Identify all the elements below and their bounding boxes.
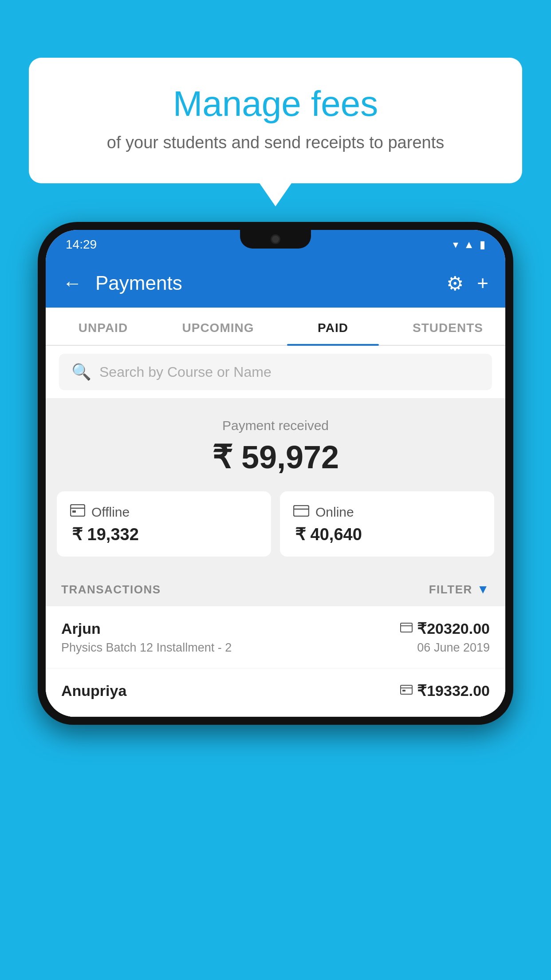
transaction-name: Anupriya (61, 682, 126, 699)
offline-card: Offline ₹ 19,332 (57, 491, 271, 557)
svg-rect-2 (72, 510, 76, 513)
transactions-list: Arjun ₹20320.00 (46, 606, 505, 717)
online-icon (293, 504, 309, 520)
status-bar: 14:29 ▾ ▲ ▮ (46, 230, 505, 259)
filter-button[interactable]: FILTER ▼ (429, 582, 490, 597)
speech-bubble-container: Manage fees of your students and send re… (29, 58, 522, 183)
search-bar-container: 🔍 Search by Course or Name (46, 346, 505, 398)
transaction-amount: ₹20320.00 (417, 620, 490, 637)
battery-icon: ▮ (480, 238, 485, 251)
speech-bubble: Manage fees of your students and send re… (29, 58, 522, 183)
transaction-amount: ₹19332.00 (417, 682, 490, 699)
payment-received-label: Payment received (59, 418, 492, 433)
wifi-icon: ▾ (453, 238, 458, 251)
payment-cards: Offline ₹ 19,332 (46, 491, 505, 570)
content-area: 🔍 Search by Course or Name Payment recei… (46, 346, 505, 717)
tabs-bar: UNPAID UPCOMING PAID STUDENTS (46, 308, 505, 346)
payment-received-amount: ₹ 59,972 (59, 439, 492, 476)
svg-rect-3 (294, 506, 309, 516)
svg-rect-0 (71, 505, 85, 516)
phone-inner: 14:29 ▾ ▲ ▮ ← Payments ⚙ (46, 230, 505, 717)
app-background: Manage fees of your students and send re… (0, 0, 551, 980)
add-icon[interactable]: + (477, 272, 488, 294)
bubble-title: Manage fees (64, 84, 487, 123)
tab-unpaid[interactable]: UNPAID (46, 308, 161, 345)
online-amount: ₹ 40,640 (293, 525, 481, 544)
status-icons: ▾ ▲ ▮ (453, 238, 485, 251)
cash-payment-icon (400, 684, 413, 698)
filter-label: FILTER (429, 583, 472, 597)
transaction-amount-wrap: ₹19332.00 (400, 682, 490, 699)
transactions-header: TRANSACTIONS FILTER ▼ (46, 570, 505, 606)
table-row[interactable]: Anupriya ₹19332. (46, 668, 505, 717)
table-row[interactable]: Arjun ₹20320.00 (46, 606, 505, 668)
offline-icon (70, 504, 85, 520)
tab-students[interactable]: STUDENTS (390, 308, 505, 345)
search-icon: 🔍 (71, 363, 91, 381)
app-bar-title: Payments (95, 272, 433, 294)
camera (271, 234, 280, 244)
app-bar-actions: ⚙ + (446, 272, 488, 295)
status-time: 14:29 (66, 237, 97, 252)
search-input[interactable]: Search by Course or Name (99, 364, 272, 380)
notch (240, 230, 311, 249)
back-button[interactable]: ← (63, 272, 82, 294)
transaction-name: Arjun (61, 620, 101, 637)
app-bar: ← Payments ⚙ + (46, 259, 505, 308)
signal-icon: ▲ (464, 238, 474, 251)
offline-amount: ₹ 19,332 (70, 525, 258, 544)
online-card: Online ₹ 40,640 (280, 491, 494, 557)
svg-rect-9 (402, 690, 405, 692)
phone-outer: 14:29 ▾ ▲ ▮ ← Payments ⚙ (38, 222, 513, 725)
card-payment-icon (400, 622, 413, 636)
transaction-date: 06 June 2019 (417, 641, 490, 655)
svg-rect-7 (401, 685, 412, 694)
transaction-course: Physics Batch 12 Installment - 2 (61, 641, 232, 655)
transactions-label: TRANSACTIONS (61, 583, 161, 597)
tab-upcoming[interactable]: UPCOMING (161, 308, 276, 345)
tab-paid[interactable]: PAID (276, 308, 390, 345)
transaction-amount-wrap: ₹20320.00 (400, 620, 490, 637)
bubble-subtitle: of your students and send receipts to pa… (64, 133, 487, 152)
phone-mockup: 14:29 ▾ ▲ ▮ ← Payments ⚙ (38, 222, 513, 980)
svg-rect-5 (401, 623, 412, 632)
online-label: Online (315, 505, 354, 520)
payment-received-section: Payment received ₹ 59,972 (46, 398, 505, 491)
offline-label: Offline (91, 505, 130, 520)
search-bar[interactable]: 🔍 Search by Course or Name (59, 354, 492, 390)
settings-icon[interactable]: ⚙ (446, 272, 464, 295)
filter-icon: ▼ (477, 582, 490, 597)
